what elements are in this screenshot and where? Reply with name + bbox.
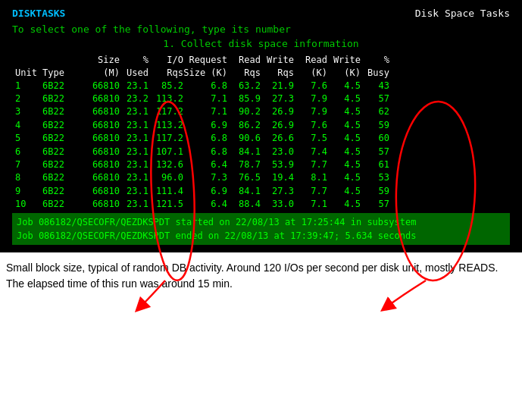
table-cell: 85.9 bbox=[227, 92, 261, 105]
table-cell: 59 bbox=[361, 119, 389, 132]
table-row: 96B226681023.1111.46.984.127.37.74.559 bbox=[15, 185, 507, 198]
table-cell: 7.7 bbox=[294, 185, 327, 198]
table-cell: 6B22 bbox=[42, 92, 80, 105]
table-cell: 111.4 bbox=[148, 185, 183, 198]
table-cell: 57 bbox=[361, 198, 389, 211]
app-title-right: Disk Space Tasks bbox=[415, 8, 510, 19]
table-cell: 4.5 bbox=[327, 171, 361, 184]
table-header-row-1: Size % I/O Request Read Write Read Write… bbox=[15, 54, 507, 67]
table-row: 46B226681023.1113.26.986.226.97.64.559 bbox=[15, 119, 507, 132]
table-row: 26B226681023.2113.27.185.927.37.94.557 bbox=[15, 92, 507, 105]
table-cell: 6 bbox=[15, 146, 42, 158]
table-cell: 10 bbox=[15, 198, 42, 211]
table-cell: 27.3 bbox=[261, 185, 294, 198]
table-cell: 7.5 bbox=[294, 132, 327, 145]
status-line-2: Job 086182/QSECOFR/QEZDKSPDT ended on 22… bbox=[17, 229, 505, 243]
table-cell: 57 bbox=[361, 146, 389, 158]
table-cell: 23.1 bbox=[120, 80, 148, 92]
table-cell: 6.9 bbox=[183, 119, 227, 132]
table-cell: 4.5 bbox=[327, 132, 361, 145]
table-cell: 26.9 bbox=[261, 119, 294, 132]
table-cell: 113.2 bbox=[148, 119, 183, 132]
table-cell: 4.5 bbox=[327, 105, 361, 118]
table-cell: 60 bbox=[361, 132, 389, 145]
table-cell: 66810 bbox=[80, 105, 120, 118]
table-cell: 62 bbox=[361, 105, 389, 118]
table-row: 106B226681023.1121.56.488.433.07.14.557 bbox=[15, 198, 507, 211]
table-cell: 23.1 bbox=[120, 198, 148, 211]
table-cell: 6B22 bbox=[42, 80, 80, 92]
table-cell: 43 bbox=[361, 80, 389, 92]
table-cell: 6.8 bbox=[183, 146, 227, 158]
table-cell: 6B22 bbox=[42, 132, 80, 145]
table-row: 86B226681023.196.07.376.519.48.14.553 bbox=[15, 171, 507, 184]
table-cell: 121.5 bbox=[148, 198, 183, 211]
table-cell: 23.1 bbox=[120, 146, 148, 158]
status-bar: Job 086182/QSECOFR/QEZDKSPDT started on … bbox=[12, 213, 510, 245]
subtitle-text: To select one of the following, type its… bbox=[12, 24, 510, 35]
table-cell: 23.0 bbox=[261, 146, 294, 158]
table-cell: 9 bbox=[15, 185, 42, 198]
table-cell: 6.8 bbox=[183, 132, 227, 145]
table-cell: 5 bbox=[15, 132, 42, 145]
table-cell: 66810 bbox=[80, 132, 120, 145]
table-cell: 66810 bbox=[80, 158, 120, 171]
table-cell: 132.6 bbox=[148, 158, 183, 171]
table-cell: 66810 bbox=[80, 171, 120, 184]
disk-table: Size % I/O Request Read Write Read Write… bbox=[12, 54, 510, 212]
table-cell: 4.5 bbox=[327, 80, 361, 92]
table-cell: 117.2 bbox=[148, 132, 183, 145]
table-cell: 88.4 bbox=[227, 198, 261, 211]
table-cell: 63.2 bbox=[227, 80, 261, 92]
table-cell: 26.9 bbox=[261, 105, 294, 118]
table-cell: 84.1 bbox=[227, 146, 261, 158]
table-cell: 7.9 bbox=[294, 92, 327, 105]
table-cell: 59 bbox=[361, 185, 389, 198]
table-cell: 23.1 bbox=[120, 105, 148, 118]
menu-item-1: 1. Collect disk space information bbox=[12, 38, 510, 49]
table-cell: 117.2 bbox=[148, 105, 183, 118]
table-cell: 4.5 bbox=[327, 92, 361, 105]
title-bar: DISKTASKS Disk Space Tasks bbox=[12, 8, 510, 19]
table-cell: 53 bbox=[361, 171, 389, 184]
table-cell: 6B22 bbox=[42, 171, 80, 184]
table-body: 16B226681023.185.26.863.221.97.64.54326B… bbox=[15, 80, 507, 212]
table-cell: 6.4 bbox=[183, 158, 227, 171]
table-cell: 2 bbox=[15, 92, 42, 105]
table-cell: 1 bbox=[15, 80, 42, 92]
table-cell: 107.1 bbox=[148, 146, 183, 158]
table-cell: 66810 bbox=[80, 198, 120, 211]
table-cell: 8.1 bbox=[294, 171, 327, 184]
table-cell: 78.7 bbox=[227, 158, 261, 171]
status-line-1: Job 086182/QSECOFR/QEZDKSPDT started on … bbox=[17, 215, 505, 229]
table-cell: 4.5 bbox=[327, 198, 361, 211]
table-cell: 4.5 bbox=[327, 119, 361, 132]
table-cell: 84.1 bbox=[227, 185, 261, 198]
table-cell: 7.1 bbox=[183, 105, 227, 118]
table-header-row-2: Unit Type (M) Used Rqs Size (K) Rqs Rqs … bbox=[15, 67, 507, 80]
table-cell: 6B22 bbox=[42, 146, 80, 158]
table-cell: 57 bbox=[361, 92, 389, 105]
table-cell: 7.7 bbox=[294, 158, 327, 171]
table-cell: 7.3 bbox=[183, 171, 227, 184]
table-cell: 6B22 bbox=[42, 158, 80, 171]
table-cell: 7.1 bbox=[294, 198, 327, 211]
table-cell: 4.5 bbox=[327, 158, 361, 171]
table-cell: 7.9 bbox=[294, 105, 327, 118]
table-cell: 96.0 bbox=[148, 171, 183, 184]
terminal-window: DISKTASKS Disk Space Tasks To select one… bbox=[0, 0, 522, 252]
table-cell: 6B22 bbox=[42, 198, 80, 211]
table-cell: 66810 bbox=[80, 146, 120, 158]
table-cell: 6B22 bbox=[42, 105, 80, 118]
table-cell: 7.1 bbox=[183, 92, 227, 105]
table-cell: 7 bbox=[15, 158, 42, 171]
table-cell: 4.5 bbox=[327, 146, 361, 158]
table-cell: 7.4 bbox=[294, 146, 327, 158]
table-row: 66B226681023.1107.16.884.123.07.44.557 bbox=[15, 146, 507, 158]
table-cell: 33.0 bbox=[261, 198, 294, 211]
table-cell: 66810 bbox=[80, 185, 120, 198]
table-row: 56B226681023.1117.26.890.626.67.54.560 bbox=[15, 132, 507, 145]
table-cell: 7.6 bbox=[294, 80, 327, 92]
table-cell: 26.6 bbox=[261, 132, 294, 145]
table-cell: 66810 bbox=[80, 80, 120, 92]
